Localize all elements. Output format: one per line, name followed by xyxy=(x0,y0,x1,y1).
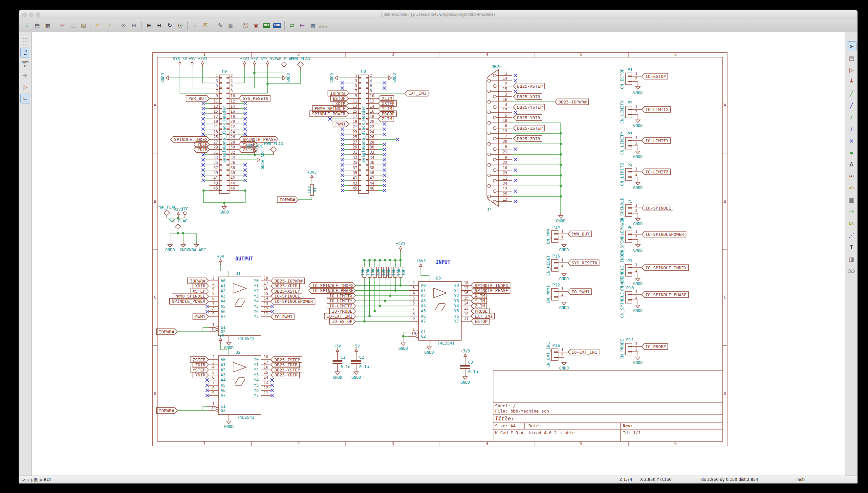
wire-to-bus-entry-button[interactable]: ∕ xyxy=(847,112,856,122)
global-label-IO-LIMITX[interactable]: IO-LIMITX xyxy=(642,106,670,112)
global-label-IO-LIMITZ[interactable]: IO-LIMITZ xyxy=(642,169,670,175)
no-connect-marker[interactable] xyxy=(244,127,247,131)
no-connect-marker[interactable] xyxy=(514,190,517,193)
power-port-GNDD[interactable]: GNDD xyxy=(633,302,643,313)
power-port-GNDD[interactable]: GNDD xyxy=(461,374,470,385)
power-port-+3V3[interactable]: +3V3 xyxy=(198,57,207,67)
power-port-GNDD[interactable]: GNDD xyxy=(633,276,643,286)
no-connect-marker[interactable] xyxy=(205,389,209,392)
no-connect-marker[interactable] xyxy=(341,184,344,187)
power-port-GNDD[interactable]: GNDD xyxy=(633,355,643,365)
power-port-GNDD[interactable]: GNDD xyxy=(633,84,643,94)
global-label-SYS_RESETN[interactable]: SYS_RESETN xyxy=(239,95,270,101)
no-connect-marker[interactable] xyxy=(341,163,344,167)
annotate-button[interactable]: U?A 123 xyxy=(240,20,251,31)
connector-P16[interactable]: 12P16CN_EXT_IN1IO-EXT_IN1GNDD xyxy=(546,342,599,370)
place-sheet-pin-button[interactable]: DA xyxy=(847,219,856,229)
resistor-pack[interactable]: +3V310k10k10k10k10k10k10k10kR9 xyxy=(360,241,406,323)
connector-P9[interactable]: P9BeagleBone_Black_Header123456789101112… xyxy=(160,57,310,214)
find-replace-button[interactable]: ⊚ xyxy=(129,20,139,31)
units-mm-button[interactable]: mm ↔ xyxy=(20,59,30,69)
no-connect-marker[interactable] xyxy=(341,189,344,192)
power-port-GNDD[interactable]: GNDD xyxy=(556,213,566,223)
power-port-+5V[interactable]: +5V xyxy=(217,333,224,344)
power-flag[interactable]: PWR_FLAG xyxy=(169,219,187,232)
copy-button[interactable]: ◫ xyxy=(68,20,78,31)
global-label-DB25-YDIR[interactable]: DB25-YDIR xyxy=(271,372,299,378)
no-connect-marker[interactable] xyxy=(244,102,247,105)
global-label-IO-SPINDLE_PHASE[interactable]: IO-SPINDLE_PHASE xyxy=(642,292,688,298)
global-label-IO-ESTOP[interactable]: IO-ESTOP xyxy=(642,73,668,79)
global-label-DB25-XDIR[interactable]: DB25-XDIR xyxy=(513,93,542,100)
no-connect-marker[interactable] xyxy=(202,107,205,110)
power-port-GNDD[interactable]: GNDD xyxy=(633,242,643,253)
place-power-port-button[interactable]: ┷ xyxy=(847,77,856,87)
no-connect-marker[interactable] xyxy=(341,173,344,177)
connector-P7[interactable]: 12P7CN_SPINDLE_INDEXIO-SPINDLE_INDEXGNDD xyxy=(620,250,688,291)
import-sheet-pin-button[interactable]: ⇨A xyxy=(847,207,856,217)
capacitor-C3[interactable]: +3V3C30.1uGNDD xyxy=(460,349,478,385)
no-connect-marker[interactable] xyxy=(341,143,344,146)
global-label-SPINDLE_POWER[interactable]: SPINDLE_POWER xyxy=(170,298,208,304)
delete-tool-button[interactable]: ⌦ xyxy=(847,266,856,276)
connector-P11[interactable]: 12P11CN_PROBEIO-PROBEGNDD xyxy=(620,337,668,365)
power-port-+3V3[interactable]: +3V3 xyxy=(240,57,249,67)
global-label-IO-PWM1[interactable]: IO-PWM1 xyxy=(568,289,591,295)
global-label-IO-ESTOP[interactable]: IO-ESTOP xyxy=(330,318,356,324)
no-connect-marker[interactable] xyxy=(514,169,517,172)
library-editor-button[interactable]: ✎ xyxy=(215,20,225,31)
place-net-label-button[interactable]: A xyxy=(847,159,856,170)
no-connect-marker[interactable] xyxy=(202,179,205,182)
power-port-GNDD[interactable]: GNDD xyxy=(633,117,643,128)
assign-footprints-button[interactable]: ⇄ xyxy=(287,20,297,31)
power-port-SYS_5V[interactable]: SYS_5V xyxy=(173,57,187,67)
no-connect-marker[interactable] xyxy=(202,112,205,115)
power-flag[interactable]: PWR_FLAG xyxy=(264,142,283,155)
global-label-DB25-YDIR[interactable]: DB25-YDIR xyxy=(513,115,542,121)
no-connect-marker[interactable] xyxy=(202,158,205,162)
capacitor-C1[interactable]: +5VC10.1uGNDD xyxy=(333,344,350,380)
no-connect-marker[interactable] xyxy=(383,82,386,85)
no-connect-marker[interactable] xyxy=(244,117,247,121)
power-port-GNDA_ADC[interactable]: GNDA_ADC xyxy=(257,150,265,170)
no-connect-marker[interactable] xyxy=(341,82,344,85)
capacitor-C2[interactable]: +5VC20.1uGNDD xyxy=(351,344,369,380)
no-connect-marker[interactable] xyxy=(205,310,209,313)
power-port-GNDD[interactable]: GNDD xyxy=(333,369,342,380)
global-label-DB25-YSTEP[interactable]: DB25-YSTEP xyxy=(513,104,544,110)
global-label-SPINDLE_POWER[interactable]: SPINDLE_POWER xyxy=(310,111,349,116)
no-connect-marker[interactable] xyxy=(202,127,205,131)
power-port-+5V[interactable]: +5V xyxy=(217,254,224,265)
no-connect-marker[interactable] xyxy=(202,163,205,167)
power-port-GND[interactable]: GND xyxy=(180,242,187,252)
bom-button[interactable]: BOM xyxy=(272,20,282,31)
no-connect-marker[interactable] xyxy=(270,384,274,387)
print-button[interactable]: ▦ xyxy=(42,20,53,31)
back-button[interactable]: ⇦ BACK xyxy=(318,20,329,31)
power-port-+5V[interactable]: +5V xyxy=(188,57,196,67)
power-port-GNDD[interactable]: GNDD xyxy=(224,340,234,350)
no-connect-marker[interactable] xyxy=(270,394,274,397)
power-port-GNDD[interactable]: GNDD xyxy=(424,344,434,355)
no-connect-marker[interactable] xyxy=(202,102,205,105)
global-label-DB25-ZSTEP[interactable]: DB25-ZSTEP xyxy=(513,125,544,131)
no-connect-marker[interactable] xyxy=(514,200,517,203)
redraw-button[interactable]: ↻ xyxy=(164,20,175,31)
library-browser-button[interactable]: ▥ xyxy=(225,20,236,31)
global-label-YDIR[interactable]: YDIR xyxy=(193,372,208,378)
place-hierarchical-sheet-button[interactable]: ▣ xyxy=(847,195,856,205)
no-connect-marker[interactable] xyxy=(383,127,386,131)
no-connect-marker[interactable] xyxy=(244,122,247,126)
global-label-IO-SPINDLE[interactable]: IO-SPINDLE xyxy=(642,205,673,211)
undo-button[interactable]: ↶ xyxy=(93,20,104,31)
no-connect-marker[interactable] xyxy=(383,158,386,162)
connector-P14[interactable]: 12P14CN_PWRPWR_BUTGNDD xyxy=(546,224,591,252)
power-port-GNDD[interactable]: GNDD xyxy=(224,419,234,429)
no-connect-marker[interactable] xyxy=(341,133,344,136)
power-port-+5V[interactable]: +5V xyxy=(334,344,341,355)
no-connect-marker[interactable] xyxy=(244,179,247,182)
no-connect-marker[interactable] xyxy=(383,143,386,146)
global-label-IOPWR#[interactable]: IOPWR# xyxy=(157,329,177,335)
bus-to-bus-entry-button[interactable]: ∕ xyxy=(847,124,856,134)
no-connect-marker[interactable] xyxy=(341,127,344,131)
